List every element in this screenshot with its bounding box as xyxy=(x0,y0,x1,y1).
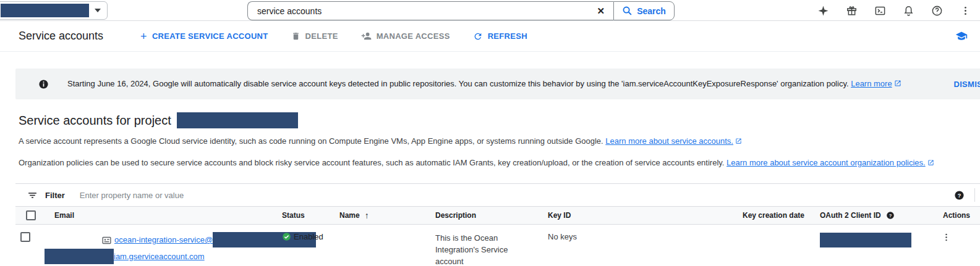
section-heading: Service accounts for project xyxy=(19,112,980,128)
filter-bar: Filter ? xyxy=(15,184,980,207)
info-icon xyxy=(38,79,49,89)
description-cell: This is the Ocean Integration's Service … xyxy=(430,232,516,266)
filter-divider xyxy=(974,188,975,202)
search-input[interactable] xyxy=(248,6,588,16)
oauth2-help-icon[interactable]: ? xyxy=(886,211,895,220)
banner-learn-more-link[interactable]: Learn more xyxy=(851,79,892,88)
search-box[interactable]: ✕ xyxy=(247,1,613,20)
banner-message: Starting June 16, 2024, Google will auto… xyxy=(67,79,901,89)
toolbar-buttons: + CREATE SERVICE ACCOUNT DELETE MANAGE A… xyxy=(140,31,527,42)
create-service-account-button[interactable]: + CREATE SERVICE ACCOUNT xyxy=(140,31,268,42)
search-button[interactable]: Search xyxy=(613,1,675,20)
status-enabled-icon xyxy=(282,232,291,241)
column-header-email[interactable]: Email xyxy=(49,211,277,220)
page-toolbar: Service accounts + CREATE SERVICE ACCOUN… xyxy=(0,21,980,52)
table-header-row: Email Status Name ↑ Description Key ID K… xyxy=(15,207,980,225)
intro-paragraph-1: A service account represents a Google Cl… xyxy=(19,136,980,146)
intro-1-text: A service account represents a Google Cl… xyxy=(19,136,603,146)
create-service-account-label: CREATE SERVICE ACCOUNT xyxy=(152,31,268,41)
chevron-down-icon xyxy=(95,9,101,12)
filter-input[interactable] xyxy=(80,191,954,200)
person-add-icon xyxy=(361,31,372,41)
column-header-key-creation-date[interactable]: Key creation date xyxy=(738,211,815,220)
gifts-icon[interactable] xyxy=(846,5,858,17)
actions-cell xyxy=(929,232,980,243)
top-bar: ✕ Search xyxy=(0,0,980,21)
manage-access-button[interactable]: MANAGE ACCESS xyxy=(361,31,450,41)
refresh-button[interactable]: REFRESH xyxy=(473,31,527,41)
section-heading-text: Service accounts for project xyxy=(19,114,171,128)
project-name-redacted xyxy=(1,4,89,17)
row-actions-menu-icon[interactable] xyxy=(941,232,952,243)
intro-paragraph-2: Organization policies can be used to sec… xyxy=(19,158,980,168)
column-header-name-label: Name xyxy=(339,211,360,220)
sort-ascending-icon[interactable]: ↑ xyxy=(365,210,369,220)
column-header-oauth2-client-id[interactable]: OAuth 2 Client ID ? xyxy=(815,211,929,220)
status-badge: Enabled xyxy=(294,232,323,241)
trash-icon xyxy=(291,31,300,41)
cloud-shell-icon[interactable] xyxy=(874,5,886,17)
column-header-status[interactable]: Status xyxy=(277,211,334,220)
gemini-sparkle-icon[interactable] xyxy=(817,5,829,17)
project-selector[interactable] xyxy=(0,1,108,20)
delete-label: DELETE xyxy=(305,31,338,41)
project-id-redacted xyxy=(177,112,298,128)
row-checkbox[interactable] xyxy=(20,232,30,242)
page-title: Service accounts xyxy=(19,30,103,43)
topbar-icons xyxy=(817,0,971,21)
learning-resources-button[interactable] xyxy=(955,30,968,43)
learn-more-org-policies-link[interactable]: Learn more about service account organiz… xyxy=(726,158,926,167)
refresh-icon xyxy=(473,31,483,41)
table-row: ocean-integration-service@ iam.gservicea… xyxy=(15,225,980,266)
external-link-icon xyxy=(735,137,742,146)
clear-search-icon[interactable]: ✕ xyxy=(588,6,613,17)
column-header-name[interactable]: Name ↑ xyxy=(334,210,430,220)
svg-text:?: ? xyxy=(888,213,892,218)
column-header-description[interactable]: Description xyxy=(430,211,543,220)
search-icon xyxy=(622,6,633,16)
plus-icon: + xyxy=(140,31,147,42)
service-account-email-link-2[interactable]: iam.gserviceaccount.com xyxy=(45,252,205,261)
service-account-icon xyxy=(101,235,112,246)
column-header-key-id[interactable]: Key ID xyxy=(543,211,738,220)
search-button-label: Search xyxy=(637,6,666,16)
global-search: ✕ Search xyxy=(247,1,675,20)
external-link-icon xyxy=(927,159,934,168)
filter-label: Filter xyxy=(45,191,65,200)
status-cell: Enabled xyxy=(277,232,334,241)
key-id-cell: No keys xyxy=(543,232,738,241)
delete-button[interactable]: DELETE xyxy=(291,31,338,41)
filter-icon xyxy=(27,190,38,201)
intro-2-text: Organization policies can be used to sec… xyxy=(19,158,724,167)
external-link-icon xyxy=(894,80,901,89)
email-local-part: ocean-integration-service@ xyxy=(114,235,213,244)
email-redacted-part-2 xyxy=(45,249,114,264)
more-options-icon[interactable] xyxy=(960,5,971,17)
oauth2-client-id-redacted xyxy=(820,233,911,247)
filter-help-icon[interactable]: ? xyxy=(954,190,965,201)
help-icon[interactable] xyxy=(931,5,943,17)
graduation-cap-icon xyxy=(955,30,968,43)
select-all-checkbox[interactable] xyxy=(26,210,36,220)
svg-text:?: ? xyxy=(958,192,961,198)
banner-message-text: Starting June 16, 2024, Google will auto… xyxy=(67,79,849,88)
manage-access-label: MANAGE ACCESS xyxy=(377,31,450,41)
email-domain-part: iam.gserviceaccount.com xyxy=(114,252,205,261)
email-cell: ocean-integration-service@ iam.gservicea… xyxy=(49,232,277,265)
info-banner: Starting June 16, 2024, Google will auto… xyxy=(15,69,980,99)
refresh-label: REFRESH xyxy=(488,31,527,41)
service-accounts-table: Filter ? Email Status Name ↑ Description… xyxy=(15,183,980,266)
learn-more-service-accounts-link[interactable]: Learn more about service accounts. xyxy=(605,136,733,146)
dismiss-button[interactable]: DISMISS xyxy=(953,80,980,89)
notifications-bell-icon[interactable] xyxy=(903,5,914,17)
column-header-actions: Actions xyxy=(929,211,980,220)
oauth2-client-id-cell xyxy=(815,232,929,249)
column-header-oauth2-label: OAuth 2 Client ID xyxy=(820,211,881,220)
